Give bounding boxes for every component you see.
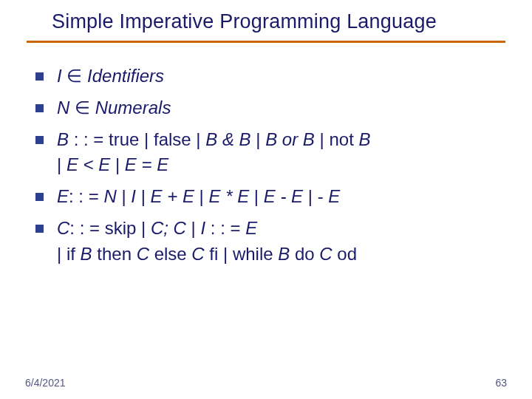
list-item: I ∈ Identifiers	[30, 64, 502, 89]
bullet-icon	[35, 72, 44, 81]
list-item: C: : = skip | C; C | I : : = E | if B th…	[30, 216, 502, 267]
bullet-text-4: E: : = N | I | E + E | E * E | E - E | -…	[57, 184, 502, 210]
bullet-icon	[35, 136, 44, 144]
list-item: B : : = true | false | B & B | B or B | …	[30, 127, 502, 179]
slide-body: I ∈ Identifiers N ∈ Numerals B : : = tru…	[0, 43, 532, 267]
slide-title: Simple Imperative Programming Language	[0, 0, 532, 36]
bullet-icon	[35, 193, 44, 201]
footer-page-number: 63	[495, 377, 507, 389]
bullet-text-5: C: : = skip | C; C | I : : = E | if B th…	[57, 216, 502, 267]
slide-footer: 6/4/2021 63	[25, 377, 507, 389]
bullet-icon	[35, 104, 44, 112]
footer-date: 6/4/2021	[25, 377, 66, 389]
bullet-text-1: I ∈ Identifiers	[57, 64, 502, 89]
bullet-text-3: B : : = true | false | B & B | B or B | …	[57, 127, 502, 179]
bullet-icon	[35, 225, 44, 233]
bullet-text-2: N ∈ Numerals	[57, 95, 502, 121]
list-item: N ∈ Numerals	[30, 95, 502, 121]
list-item: E: : = N | I | E + E | E * E | E - E | -…	[30, 184, 502, 210]
